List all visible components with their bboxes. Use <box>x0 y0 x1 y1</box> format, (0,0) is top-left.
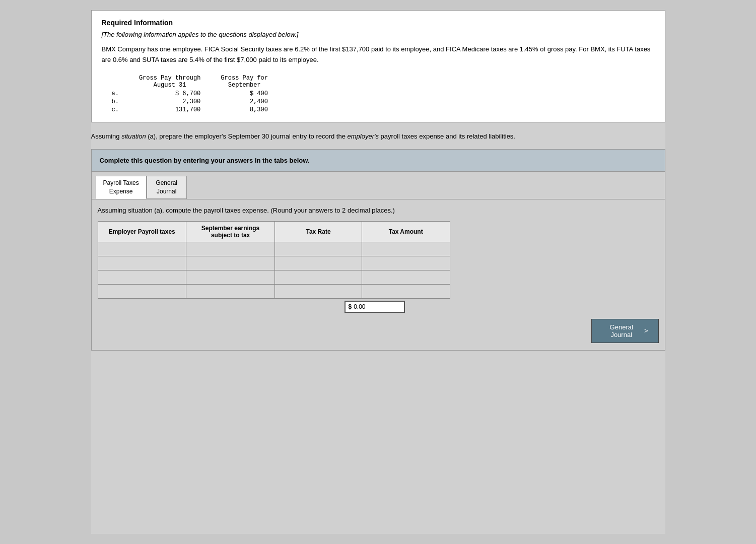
general-journal-button[interactable]: General Journal > <box>591 319 659 343</box>
tabs-row: Payroll TaxesExpense GeneralJournal <box>92 172 665 199</box>
tax-amount-input-4[interactable] <box>362 284 450 298</box>
row-a-aug: $ 6,700 <box>129 90 211 98</box>
table-row <box>98 270 450 284</box>
instruction-text: Assuming situation (a), prepare the empl… <box>91 131 665 142</box>
tab-general-journal[interactable]: GeneralJournal <box>147 176 187 199</box>
col-header-aug: Gross Pay throughAugust 31 <box>129 74 211 90</box>
total-area: $ <box>345 301 659 313</box>
employer-payroll-input-2[interactable] <box>98 256 186 270</box>
sep-earnings-input-2[interactable] <box>186 256 274 270</box>
required-info-title: Required Information <box>102 19 655 27</box>
tax-rate-input-1[interactable] <box>275 242 362 256</box>
sep-earnings-input-3[interactable] <box>186 270 274 284</box>
payroll-taxes-table: Employer Payroll taxes September earning… <box>98 221 450 299</box>
col-header-tax-amount: Tax Amount <box>362 221 450 242</box>
row-label-a: a. <box>102 90 129 98</box>
employer-payroll-input-4[interactable] <box>98 284 186 298</box>
required-info-box: Required Information [The following info… <box>91 10 665 122</box>
complete-question-box: Complete this question by entering your … <box>91 149 665 172</box>
employer-payroll-input-1[interactable] <box>98 242 186 256</box>
tax-amount-input-2[interactable] <box>362 256 450 270</box>
table-row <box>98 242 450 256</box>
row-b-sep: 2,400 <box>211 98 278 106</box>
col-header-sep-earnings: September earningssubject to tax <box>186 221 274 242</box>
tax-rate-input-3[interactable] <box>275 270 362 284</box>
tab-content: Assuming situation (a), compute the payr… <box>92 199 665 350</box>
row-label-b: b. <box>102 98 129 106</box>
row-c-aug: 131,700 <box>129 106 211 114</box>
col-header-sep: Gross Pay forSeptember <box>211 74 278 90</box>
dollar-sign: $ <box>349 303 352 310</box>
table-row <box>98 284 450 298</box>
col-header-employer-payroll: Employer Payroll taxes <box>98 221 186 242</box>
tab-payroll-taxes-expense[interactable]: Payroll TaxesExpense <box>96 176 147 199</box>
sep-earnings-input-4[interactable] <box>186 284 274 298</box>
table-row: b. 2,300 2,400 <box>102 98 278 106</box>
employer-payroll-input-3[interactable] <box>98 270 186 284</box>
assumption-text: Assuming situation (a), compute the payr… <box>98 207 659 214</box>
description-text: BMX Company has one employee. FICA Socia… <box>102 44 655 65</box>
tax-amount-input-3[interactable] <box>362 270 450 284</box>
general-journal-label: General Journal <box>602 323 641 338</box>
table-row: a. $ 6,700 $ 400 <box>102 90 278 98</box>
row-c-sep: 8,300 <box>211 106 278 114</box>
table-row: c. 131,700 8,300 <box>102 106 278 114</box>
total-input-box[interactable]: $ <box>345 301 405 313</box>
table-row <box>98 256 450 270</box>
general-journal-button-area: General Journal > <box>345 319 659 343</box>
tax-rate-input-2[interactable] <box>275 256 362 270</box>
row-b-aug: 2,300 <box>129 98 211 106</box>
tax-amount-input-1[interactable] <box>362 242 450 256</box>
complete-box-text: Complete this question by entering your … <box>100 157 657 164</box>
col-label-empty <box>102 74 129 90</box>
general-journal-arrow: > <box>644 327 648 334</box>
sep-earnings-input-1[interactable] <box>186 242 274 256</box>
row-a-sep: $ 400 <box>211 90 278 98</box>
row-label-c: c. <box>102 106 129 114</box>
tabs-section: Payroll TaxesExpense GeneralJournal Assu… <box>91 172 665 351</box>
total-value-input[interactable] <box>354 303 394 310</box>
col-header-tax-rate: Tax Rate <box>275 221 362 242</box>
gross-pay-table: Gross Pay throughAugust 31 Gross Pay for… <box>102 74 278 114</box>
italic-note: [The following information applies to th… <box>102 31 655 38</box>
tax-rate-input-4[interactable] <box>275 284 362 298</box>
